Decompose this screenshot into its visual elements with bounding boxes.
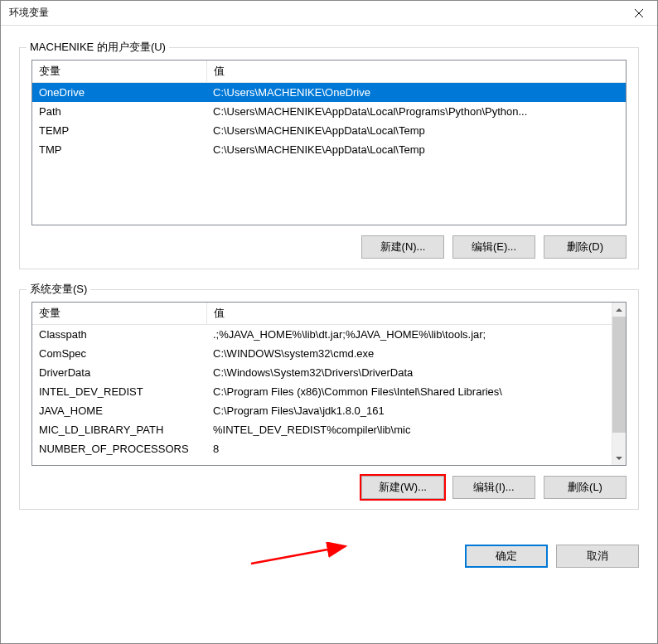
user-vars-group: MACHENIKE 的用户变量(U) 变量 值 OneDrive C:\User… [19, 47, 639, 269]
cell-var: MIC_LD_LIBRARY_PATH [32, 420, 206, 439]
system-scrollbar[interactable] [612, 303, 626, 465]
sys-col-var[interactable]: 变量 [32, 303, 206, 325]
system-edit-button[interactable]: 编辑(I)... [452, 476, 535, 499]
cell-value: C:\WINDOWS\system32\cmd.exe [206, 344, 612, 363]
cell-value: C:\Users\MACHENIKE\AppData\Local\Temp [206, 121, 626, 140]
table-row[interactable]: TEMP C:\Users\MACHENIKE\AppData\Local\Te… [32, 121, 626, 140]
system-vars-group: 系统变量(S) 变量 值 Classpath .;%JAVA_HOME%\lib… [19, 289, 639, 510]
table-row[interactable]: MIC_LD_LIBRARY_PATH %INTEL_DEV_REDIST%co… [32, 420, 612, 439]
cell-var: Classpath [32, 325, 206, 344]
window-title: 环境变量 [9, 6, 49, 20]
scroll-thumb[interactable] [612, 317, 626, 433]
table-row[interactable]: TMP C:\Users\MACHENIKE\AppData\Local\Tem… [32, 140, 626, 159]
cell-value: .;%JAVA_HOME%\lib\dt.jar;%JAVA_HOME%\lib… [206, 325, 612, 344]
system-delete-button[interactable]: 删除(L) [544, 476, 627, 499]
system-vars-table[interactable]: 变量 值 Classpath .;%JAVA_HOME%\lib\dt.jar;… [31, 302, 627, 466]
cell-value: C:\Program Files (x86)\Common Files\Inte… [206, 382, 612, 401]
user-vars-label: MACHENIKE 的用户变量(U) [27, 40, 169, 55]
table-row[interactable]: INTEL_DEV_REDIST C:\Program Files (x86)\… [32, 382, 612, 401]
table-row[interactable]: OneDrive C:\Users\MACHENIKE\OneDrive [32, 83, 626, 102]
user-new-button[interactable]: 新建(N)... [361, 235, 444, 259]
cell-value: %INTEL_DEV_REDIST%compiler\lib\mic [206, 420, 612, 439]
cancel-button[interactable]: 取消 [556, 545, 639, 568]
table-row[interactable]: DriverData C:\Windows\System32\Drivers\D… [32, 363, 612, 382]
close-icon [635, 9, 643, 17]
cell-var: OneDrive [32, 83, 206, 102]
cell-value: C:\Users\MACHENIKE\AppData\Local\Temp [206, 140, 626, 159]
cell-value: C:\Windows\System32\Drivers\DriverData [206, 363, 612, 382]
user-vars-table[interactable]: 变量 值 OneDrive C:\Users\MACHENIKE\OneDriv… [31, 60, 627, 225]
cell-var: INTEL_DEV_REDIST [32, 382, 206, 401]
cell-var: TEMP [32, 121, 206, 140]
system-vars-label: 系统变量(S) [27, 282, 90, 297]
cell-var: ComSpec [32, 344, 206, 363]
scroll-up-button[interactable] [612, 303, 626, 317]
scroll-track[interactable] [612, 433, 626, 451]
cell-value: C:\Users\MACHENIKE\AppData\Local\Program… [206, 102, 626, 121]
cell-var: JAVA_HOME [32, 401, 206, 420]
system-new-button[interactable]: 新建(W)... [361, 476, 444, 499]
table-row[interactable]: NUMBER_OF_PROCESSORS 8 [32, 439, 612, 458]
cell-value: C:\Program Files\Java\jdk1.8.0_161 [206, 401, 612, 420]
user-col-value[interactable]: 值 [206, 61, 626, 83]
cell-value: C:\Users\MACHENIKE\OneDrive [206, 83, 626, 102]
scroll-down-button[interactable] [612, 451, 626, 465]
cell-var: Path [32, 102, 206, 121]
sys-col-value[interactable]: 值 [206, 303, 612, 325]
user-delete-button[interactable]: 删除(D) [544, 235, 627, 259]
titlebar: 环境变量 [1, 1, 657, 26]
ok-button[interactable]: 确定 [465, 545, 548, 568]
cell-value: 8 [206, 439, 612, 458]
table-row[interactable]: ComSpec C:\WINDOWS\system32\cmd.exe [32, 344, 612, 363]
user-col-var[interactable]: 变量 [32, 61, 206, 83]
close-button[interactable] [620, 1, 657, 26]
user-edit-button[interactable]: 编辑(E)... [452, 235, 535, 259]
table-row[interactable]: JAVA_HOME C:\Program Files\Java\jdk1.8.0… [32, 401, 612, 420]
cell-var: DriverData [32, 363, 206, 382]
table-row[interactable]: Path C:\Users\MACHENIKE\AppData\Local\Pr… [32, 102, 626, 121]
cell-var: NUMBER_OF_PROCESSORS [32, 439, 206, 458]
cell-var: TMP [32, 140, 206, 159]
table-row[interactable]: Classpath .;%JAVA_HOME%\lib\dt.jar;%JAVA… [32, 325, 612, 344]
